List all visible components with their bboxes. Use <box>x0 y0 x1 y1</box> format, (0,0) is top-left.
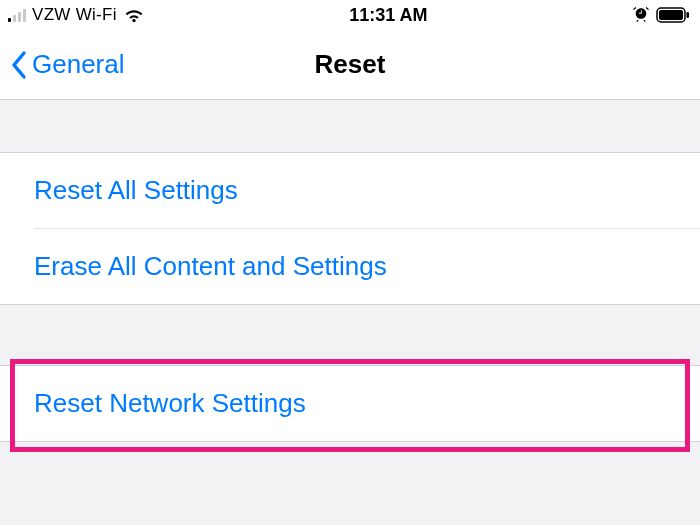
back-button[interactable]: General <box>0 48 125 82</box>
nav-bar: General Reset <box>0 30 700 100</box>
status-bar: VZW Wi-Fi 11:31 AM <box>0 0 700 30</box>
reset-network-settings-row[interactable]: Reset Network Settings <box>0 366 700 441</box>
carrier-label: VZW Wi-Fi <box>32 5 117 25</box>
svg-rect-1 <box>659 10 683 20</box>
battery-icon <box>656 7 690 23</box>
section-spacer <box>0 305 700 365</box>
status-left: VZW Wi-Fi <box>8 5 145 25</box>
row-label: Reset Network Settings <box>34 388 306 418</box>
reset-section-1: Reset All Settings Erase All Content and… <box>0 152 700 305</box>
reset-all-settings-row[interactable]: Reset All Settings <box>0 153 700 228</box>
wifi-icon <box>123 7 145 23</box>
back-label: General <box>32 49 125 80</box>
status-time: 11:31 AM <box>349 5 427 26</box>
chevron-left-icon <box>10 48 30 82</box>
erase-all-content-row[interactable]: Erase All Content and Settings <box>34 228 700 304</box>
section-spacer <box>0 100 700 152</box>
row-label: Erase All Content and Settings <box>34 251 415 281</box>
cellular-signal-icon <box>8 8 26 22</box>
reset-section-2: Reset Network Settings <box>0 365 700 442</box>
alarm-icon <box>632 6 650 24</box>
svg-rect-2 <box>687 12 690 18</box>
status-right <box>632 6 690 24</box>
highlighted-section: Reset Network Settings <box>0 365 700 442</box>
row-label: Reset All Settings <box>34 175 238 205</box>
page-title: Reset <box>315 49 386 80</box>
